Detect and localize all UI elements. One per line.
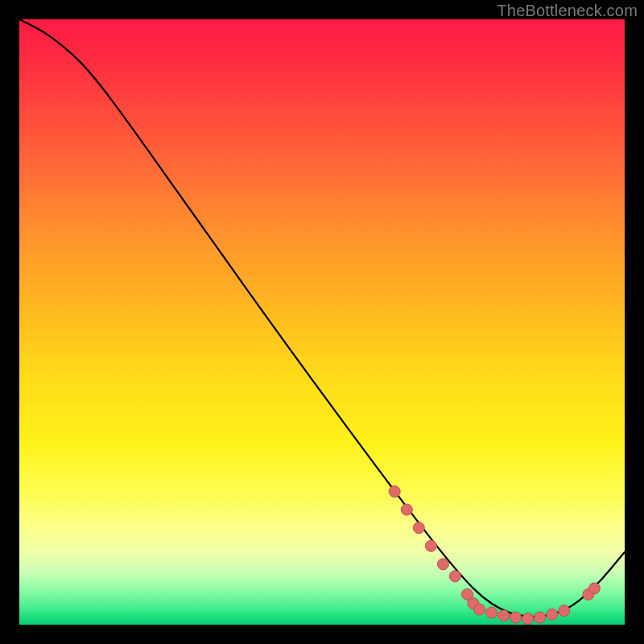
- attribution-label: TheBottleneck.com: [497, 2, 638, 20]
- plot-area: [19, 19, 625, 625]
- chart-stage: TheBottleneck.com: [0, 0, 644, 644]
- background-gradient: [19, 19, 625, 625]
